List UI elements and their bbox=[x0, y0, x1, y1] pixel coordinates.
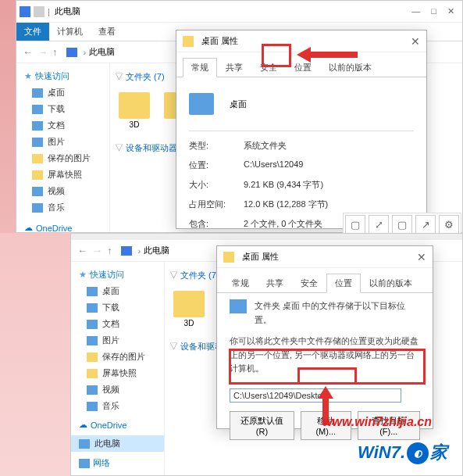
folder-name-input[interactable] bbox=[225, 97, 414, 111]
sidebar-homegroup[interactable]: 家庭组 bbox=[71, 474, 164, 475]
ribbon-tab-file[interactable]: 文件 bbox=[16, 23, 49, 41]
sidebar-item-screenshots[interactable]: 屏幕快照 bbox=[16, 166, 109, 183]
sidebar-item-pictures[interactable]: 图片 bbox=[16, 134, 109, 150]
tab-previous[interactable]: 以前的版本 bbox=[361, 274, 421, 293]
maximize-icon[interactable]: □ bbox=[431, 6, 436, 16]
action-btn-3[interactable]: ▢ bbox=[392, 215, 412, 234]
tab-share[interactable]: 共享 bbox=[258, 274, 292, 293]
folder-icon bbox=[230, 299, 247, 313]
label-contains: 包含: bbox=[189, 218, 244, 230]
app-icon bbox=[20, 6, 30, 17]
location-desc-1: 文件夹 桌面 中的文件存储于以下目标位置。 bbox=[255, 299, 420, 327]
sidebar-onedrive[interactable]: ☁OneDrive bbox=[16, 220, 109, 232]
sidebar-network[interactable]: 网络 bbox=[71, 455, 164, 471]
forward-icon[interactable]: → bbox=[37, 46, 48, 58]
sidebar-item-pictures[interactable]: 图片 bbox=[71, 332, 164, 349]
sidebar-item-desktop[interactable]: 桌面 bbox=[16, 84, 109, 101]
sidebar-item-desktop[interactable]: 桌面 bbox=[71, 283, 164, 299]
properties-dialog-1: 桌面 属性 ✕ 常规 共享 安全 位置 以前的版本 类型:系统文件夹 位置:C:… bbox=[176, 30, 427, 229]
titlebar: | 此电脑 — □ ✕ bbox=[16, 1, 462, 23]
pc-icon bbox=[121, 246, 132, 256]
sidebar-item-videos[interactable]: 视频 bbox=[71, 381, 164, 398]
sidebar: ★快速访问 桌面 下载 文档 图片 保存的图片 屏幕快照 视频 音乐 ☁OneD… bbox=[16, 63, 110, 232]
sidebar-item-downloads[interactable]: 下载 bbox=[16, 101, 109, 117]
tab-location[interactable]: 位置 bbox=[326, 274, 361, 293]
qat-icon bbox=[34, 6, 45, 17]
label-disk: 占用空间: bbox=[189, 199, 244, 210]
tab-security[interactable]: 安全 bbox=[292, 274, 326, 293]
forward-icon[interactable]: → bbox=[92, 245, 102, 256]
path-text: 此电脑 bbox=[144, 245, 169, 256]
action-btn-2[interactable]: ⤢ bbox=[369, 215, 389, 234]
sidebar-item-music[interactable]: 音乐 bbox=[16, 199, 109, 216]
folder-item[interactable]: 3D bbox=[115, 92, 154, 131]
tab-location[interactable]: 位置 bbox=[286, 58, 320, 77]
tab-previous[interactable]: 以前的版本 bbox=[320, 58, 380, 77]
action-btn-5[interactable]: ⚙ bbox=[439, 215, 459, 234]
sidebar-quick-access[interactable]: ★快速访问 bbox=[71, 267, 164, 283]
location-desc-2: 你可以将此文件夹中文件存储的位置更改为此硬盘上的另一个位置, 另一个驱动器或网络… bbox=[230, 335, 420, 376]
close-icon[interactable]: ✕ bbox=[411, 35, 420, 48]
sidebar-item-documents[interactable]: 文档 bbox=[16, 117, 109, 134]
restore-button[interactable]: 还原默认值(R) bbox=[230, 411, 294, 440]
location-path-input[interactable] bbox=[230, 388, 401, 403]
value-size: 9.21 KB (9,434 字节) bbox=[244, 179, 414, 191]
dialog-title: 桌面 属性 bbox=[242, 251, 279, 263]
minimize-icon[interactable]: — bbox=[411, 6, 420, 16]
sidebar-item-videos[interactable]: 视频 bbox=[16, 183, 109, 199]
window-title: 此电脑 bbox=[55, 5, 80, 17]
dialog-tabs: 常规 共享 安全 位置 以前的版本 bbox=[217, 268, 433, 293]
sidebar-onedrive[interactable]: ☁OneDrive bbox=[71, 417, 164, 432]
sidebar-quick-access[interactable]: ★快速访问 bbox=[16, 68, 109, 84]
logo: WiN7.◐家 bbox=[358, 441, 447, 464]
pc-icon bbox=[66, 48, 77, 57]
dialog-titlebar: 桌面 属性 ✕ bbox=[176, 30, 426, 52]
sidebar-item-documents[interactable]: 文档 bbox=[71, 316, 164, 332]
up-icon[interactable]: ↑ bbox=[52, 46, 58, 58]
close-icon[interactable]: ✕ bbox=[447, 6, 454, 16]
dialog-titlebar: 桌面 属性 ✕ bbox=[217, 246, 433, 268]
close-icon[interactable]: ✕ bbox=[417, 251, 426, 263]
value-type: 系统文件夹 bbox=[244, 140, 414, 152]
value-location: C:\Users\12049 bbox=[244, 159, 414, 171]
ribbon-tab-computer[interactable]: 计算机 bbox=[49, 23, 91, 41]
folder-large-icon bbox=[189, 93, 214, 115]
up-icon[interactable]: ↑ bbox=[107, 245, 112, 256]
sidebar-item-screenshots[interactable]: 屏幕快照 bbox=[71, 365, 164, 381]
titlebar bbox=[71, 234, 462, 240]
tab-general[interactable]: 常规 bbox=[183, 58, 217, 77]
dialog-icon bbox=[223, 252, 234, 263]
folder-item[interactable]: 3D bbox=[169, 291, 208, 330]
sidebar-item-saved[interactable]: 保存的图片 bbox=[71, 349, 164, 365]
label-location: 位置: bbox=[189, 159, 244, 171]
label-size: 大小: bbox=[189, 179, 244, 191]
action-btn-1[interactable]: ▢ bbox=[345, 215, 365, 234]
tab-security[interactable]: 安全 bbox=[251, 58, 286, 77]
ribbon-tab-view[interactable]: 查看 bbox=[91, 23, 123, 41]
sidebar-item-music[interactable]: 音乐 bbox=[71, 398, 164, 414]
sidebar-thispc[interactable]: 此电脑 bbox=[71, 435, 164, 452]
sidebar-item-saved[interactable]: 保存的图片 bbox=[16, 150, 109, 166]
dialog-title: 桌面 属性 bbox=[201, 35, 238, 47]
dialog-tabs: 常规 共享 安全 位置 以前的版本 bbox=[176, 52, 426, 77]
sidebar: ★快速访问 桌面 下载 文档 图片 保存的图片 屏幕快照 视频 音乐 ☁OneD… bbox=[71, 262, 165, 475]
watermark-text: www.win7zhijia.cn bbox=[322, 415, 432, 429]
dialog-icon bbox=[183, 36, 194, 47]
action-btn-4[interactable]: ↗ bbox=[415, 215, 436, 234]
path-text: 此电脑 bbox=[89, 46, 115, 58]
back-icon[interactable]: ← bbox=[23, 46, 33, 58]
value-disk: 12.0 KB (12,288 字节) bbox=[244, 199, 414, 210]
label-type: 类型: bbox=[189, 140, 244, 152]
properties-dialog-2: 桌面 属性 ✕ 常规 共享 安全 位置 以前的版本 文件夹 桌面 中的文件存储于… bbox=[216, 245, 433, 429]
tab-general[interactable]: 常规 bbox=[223, 274, 258, 293]
tab-share[interactable]: 共享 bbox=[217, 58, 251, 77]
sidebar-item-downloads[interactable]: 下载 bbox=[71, 299, 164, 316]
back-icon[interactable]: ← bbox=[77, 245, 87, 256]
